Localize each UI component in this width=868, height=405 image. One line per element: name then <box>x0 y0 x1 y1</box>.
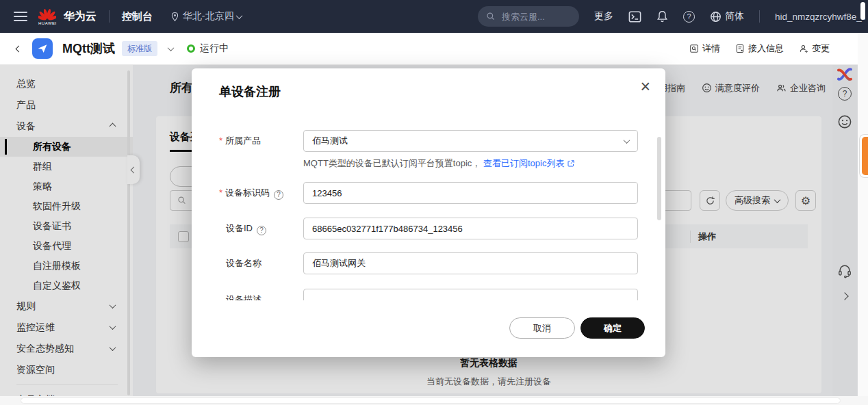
dialog-footer: 取消 确定 <box>192 300 665 339</box>
access-info-button[interactable]: 接入信息 <box>735 42 784 55</box>
field-label-text: 设备ID <box>226 223 253 233</box>
field-label-device-desc: 设备描述 <box>219 289 303 300</box>
topic-list-link[interactable]: 查看已订阅topic列表 <box>483 158 564 168</box>
feedback-edge-tab[interactable] <box>859 134 868 178</box>
dialog-header: 单设备注册 × <box>192 68 665 100</box>
change-button[interactable]: 变更 <box>799 42 830 55</box>
huawei-flower-icon <box>38 8 56 21</box>
document-icon <box>735 44 745 53</box>
version-badge: 标准版 <box>122 41 157 56</box>
cli-button[interactable] <box>628 11 641 23</box>
cancel-button[interactable]: 取消 <box>509 317 575 339</box>
location-pin-icon <box>170 12 179 22</box>
status-text: 运行中 <box>200 42 229 55</box>
access-info-label: 接入信息 <box>748 42 784 55</box>
status-dot <box>187 44 195 53</box>
detail-magnifier-icon <box>689 44 699 53</box>
field-label-product: 所属产品 <box>219 130 303 170</box>
console-link[interactable]: 控制台 <box>122 10 153 23</box>
close-icon[interactable]: × <box>640 78 650 95</box>
single-device-register-dialog: 单设备注册 × 所属产品 佰马测试 MQTT类型的设备已默认订阅平台预置topi… <box>192 68 665 357</box>
topbar-right: 更多 ? 简体 <box>478 0 868 33</box>
field-device-code: 设备标识码 <box>219 182 638 204</box>
dialog-body: 所属产品 佰马测试 MQTT类型的设备已默认订阅平台预置topic， 查看已订阅… <box>192 100 665 300</box>
device-name-input[interactable] <box>303 252 638 274</box>
feedback-edge-tab-fill <box>862 137 868 175</box>
paper-plane-icon <box>37 43 48 54</box>
external-link-icon <box>567 159 575 168</box>
device-desc-input[interactable] <box>303 289 638 300</box>
language-label: 简体 <box>725 10 744 23</box>
hamburger-menu-icon[interactable] <box>14 9 27 24</box>
field-label-device-code: 设备标识码 <box>219 182 303 204</box>
field-label-device-name: 设备名称 <box>219 252 303 274</box>
device-code-input[interactable] <box>303 182 638 204</box>
chevron-down-icon <box>624 137 630 144</box>
huawei-logo[interactable]: HUAWEI <box>38 8 57 25</box>
detail-label: 详情 <box>702 42 720 55</box>
huawei-caption: HUAWEI <box>38 21 57 25</box>
instance-appbar: MQtt测试 标准版 运行中 详情 接入信息 <box>0 33 868 65</box>
field-label-text: 设备描述 <box>226 294 261 300</box>
instance-dropdown-chevron[interactable] <box>168 44 175 51</box>
help-button[interactable]: ? <box>683 11 695 23</box>
field-label-text: 所属产品 <box>225 135 261 146</box>
huawei-cloud-console: HUAWEI 华为云 控制台 华北-北京四 更多 <box>0 0 868 405</box>
terminal-icon <box>628 11 641 23</box>
horizontal-scroll-thumb[interactable] <box>21 397 841 404</box>
language-selector[interactable]: 简体 <box>710 10 744 23</box>
top-navbar: HUAWEI 华为云 控制台 华北-北京四 更多 <box>0 0 868 33</box>
horizontal-scroll-track[interactable] <box>0 396 868 405</box>
help-icon[interactable] <box>274 190 283 200</box>
field-label-text: 设备标识码 <box>225 187 270 198</box>
user-account[interactable]: hid_nmzqzrcyhwf8e_4 <box>775 12 865 22</box>
cloud-search[interactable] <box>478 6 579 27</box>
dialog-title: 单设备注册 <box>219 85 281 99</box>
field-label-device-id: 设备ID <box>219 218 303 239</box>
device-id-input[interactable] <box>303 218 638 239</box>
chevron-down-icon <box>236 12 243 19</box>
iotda-app-icon <box>32 38 53 59</box>
product-hint: MQTT类型的设备已默认订阅平台预置topic， 查看已订阅topic列表 <box>303 157 638 170</box>
instance-actions: 详情 接入信息 变更 <box>689 42 830 55</box>
product-select[interactable]: 佰马测试 <box>303 130 638 152</box>
field-device-desc: 设备描述 <box>219 289 638 300</box>
instance-title: MQtt测试 <box>62 40 115 57</box>
divider <box>759 10 760 23</box>
vertical-scroll-track[interactable] <box>858 33 868 405</box>
back-button[interactable] <box>16 45 23 52</box>
confirm-button[interactable]: 确定 <box>580 317 645 339</box>
change-label: 变更 <box>812 42 830 55</box>
brand-name[interactable]: 华为云 <box>64 10 97 24</box>
notifications-button[interactable] <box>656 10 668 23</box>
help-icon[interactable] <box>257 226 266 235</box>
field-device-name: 设备名称 <box>219 252 638 274</box>
region-selector[interactable]: 华北-北京四 <box>170 10 242 23</box>
region-label: 华北-北京四 <box>183 10 234 23</box>
person-icon <box>799 44 808 53</box>
dialog-scrollbar[interactable] <box>657 137 661 220</box>
globe-icon <box>710 11 722 23</box>
divider <box>109 10 110 23</box>
field-product: 所属产品 佰马测试 MQTT类型的设备已默认订阅平台预置topic， 查看已订阅… <box>219 130 638 170</box>
vertical-scroll-thumb[interactable] <box>860 2 865 20</box>
product-select-value: 佰马测试 <box>312 135 348 147</box>
search-input[interactable] <box>500 11 569 23</box>
detail-button[interactable]: 详情 <box>689 42 720 55</box>
search-icon <box>486 12 496 21</box>
field-device-id: 设备ID <box>219 218 638 239</box>
product-hint-text: MQTT类型的设备已默认订阅平台预置topic， <box>303 158 481 168</box>
field-label-text: 设备名称 <box>226 258 261 268</box>
bell-icon <box>656 10 668 23</box>
more-link[interactable]: 更多 <box>594 10 613 23</box>
